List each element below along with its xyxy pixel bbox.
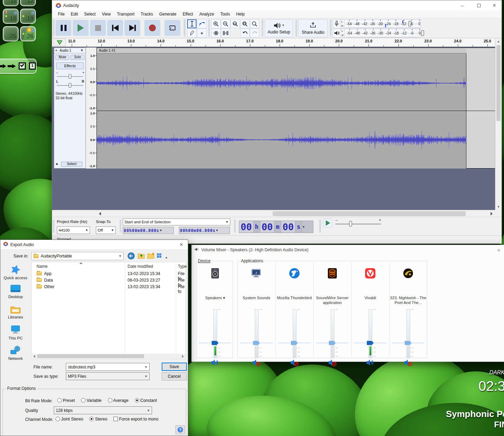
- zoom-out-tool[interactable]: [221, 19, 230, 28]
- menu-tools[interactable]: Tools: [217, 11, 233, 18]
- playback-speed-handle[interactable]: [349, 221, 352, 226]
- zoom-selection-tool[interactable]: [231, 19, 240, 28]
- selection-start-field[interactable]: 00h00m00.000s▼: [123, 227, 174, 234]
- timeline-ruler[interactable]: 11.012.013.014.015.016.017.018.019.020.0…: [52, 38, 495, 47]
- playback-speed-slider[interactable]: [335, 224, 381, 224]
- time-digit-group[interactable]: 00: [260, 221, 275, 233]
- save-as-type-combo[interactable]: MP3 Files▼: [66, 372, 150, 380]
- selection-tool[interactable]: [187, 19, 196, 28]
- sidebar-item-libraries[interactable]: Libraries: [0, 305, 31, 319]
- snap-to-combo[interactable]: Off▼: [96, 226, 116, 234]
- sidebar-item-quick-access[interactable]: Quick access: [0, 264, 31, 280]
- quality-combo[interactable]: 128 kbps▼: [54, 406, 152, 414]
- mute-toggle-button[interactable]: [211, 358, 220, 367]
- zoom-in-tool[interactable]: [211, 19, 221, 28]
- mute-toggle-button[interactable]: [290, 358, 299, 367]
- file-row[interactable]: App13-02-2023 15:34File fo: [32, 271, 185, 277]
- force-mono-checkbox[interactable]: Force export to mono: [113, 417, 158, 422]
- track-select-button[interactable]: Select: [61, 162, 82, 167]
- gain-slider-handle[interactable]: [69, 74, 71, 79]
- calendar-day-cell[interactable]: 19: [20, 9, 36, 24]
- track-name[interactable]: Audio 1: [60, 49, 71, 52]
- calendar-day-cell[interactable]: 26: [20, 26, 36, 41]
- view-menu-button[interactable]: ▼: [157, 253, 168, 260]
- loop-button[interactable]: [164, 20, 180, 36]
- track-collapse-button[interactable]: ▲: [55, 162, 59, 165]
- zoom-toggle-tool[interactable]: [250, 19, 259, 28]
- column-header-name[interactable]: Name: [37, 264, 48, 269]
- calendar-day-cell[interactable]: 12: [20, 0, 36, 6]
- redo-button[interactable]: [250, 29, 259, 38]
- track-menu-arrow[interactable]: ▼: [80, 49, 83, 52]
- menu-help[interactable]: Help: [233, 11, 248, 18]
- skip-to-start-button[interactable]: [107, 20, 123, 36]
- calendar-page-icon[interactable]: 1: [29, 62, 36, 70]
- selection-end-field[interactable]: 00h00m00.000s▼: [179, 227, 230, 234]
- menu-select[interactable]: Select: [81, 11, 99, 18]
- channel-mode-stereo[interactable]: Stereo: [89, 417, 107, 422]
- radio-icon[interactable]: [81, 398, 85, 403]
- menu-effect[interactable]: Effect: [180, 11, 196, 18]
- checkbox-icon[interactable]: [113, 417, 118, 421]
- play-button[interactable]: [73, 20, 89, 36]
- help-button[interactable]: ?: [175, 425, 185, 434]
- bit-rate-constant[interactable]: Constant: [135, 398, 157, 403]
- mixer-close-button[interactable]: ×: [494, 246, 504, 254]
- sidebar-item-desktop[interactable]: Desktop: [0, 284, 31, 299]
- mute-toggle-button[interactable]: [404, 358, 413, 367]
- column-header-type[interactable]: Type: [178, 264, 187, 269]
- back-button[interactable]: [127, 252, 135, 261]
- calendar-day-cell[interactable]: 25: [3, 26, 19, 41]
- playback-meter-handle[interactable]: [421, 30, 424, 36]
- audio-position-display[interactable]: 00h00m00s▼: [239, 221, 313, 233]
- share-audio-button[interactable]: Share Audio: [298, 19, 328, 37]
- file-list-scrollbar[interactable]: [32, 354, 185, 359]
- playback-meter[interactable]: LR -54-48-42-36-30-24-18-12-60: [333, 29, 421, 38]
- maximize-button[interactable]: [474, 2, 484, 9]
- radio-icon[interactable]: [57, 398, 62, 403]
- multi-tool[interactable]: *: [197, 29, 206, 38]
- bit-rate-average[interactable]: Average: [108, 398, 129, 403]
- menu-generate[interactable]: Generate: [156, 11, 180, 18]
- selection-mode-combo[interactable]: Start and End of Selection▼: [123, 219, 230, 225]
- silence-audio-tool[interactable]: [221, 29, 230, 38]
- radio-icon[interactable]: [56, 417, 60, 421]
- radio-icon[interactable]: [108, 398, 112, 403]
- calendar-tasks-icon[interactable]: [19, 62, 26, 70]
- export-dialog-titlebar[interactable]: Export Audio ×: [0, 240, 188, 249]
- time-digit-group[interactable]: 00: [239, 221, 254, 233]
- sidebar-item-network[interactable]: Network: [0, 345, 31, 361]
- pan-slider-handle[interactable]: [69, 83, 71, 88]
- calendar-arrow-icon[interactable]: [0, 64, 6, 68]
- menu-analyze[interactable]: Analyze: [196, 11, 217, 18]
- waveform-channel-left[interactable]: [97, 53, 466, 111]
- calendar-day-cell[interactable]: 11: [3, 0, 19, 6]
- radio-icon[interactable]: [135, 398, 139, 403]
- volume-slider-thumb[interactable]: [212, 341, 219, 345]
- pause-button[interactable]: [56, 20, 71, 36]
- menu-file[interactable]: File: [55, 11, 68, 18]
- new-folder-button[interactable]: [147, 252, 155, 261]
- mixer-titlebar[interactable]: Volume Mixer - Speakers (2- High Definit…: [192, 245, 504, 255]
- waveform-display[interactable]: Audio 1 #1: [97, 48, 496, 169]
- audacity-titlebar[interactable]: Audacity – ×: [52, 0, 502, 10]
- mute-toggle-button[interactable]: [252, 358, 261, 367]
- track-close-button[interactable]: ×: [55, 48, 57, 52]
- volume-slider-track[interactable]: [331, 309, 334, 358]
- time-format-arrow[interactable]: ▼: [302, 221, 305, 233]
- clip-title[interactable]: Audio 1 #1: [97, 48, 466, 53]
- file-row[interactable]: Other13-02-2023 15:34File fo: [32, 284, 185, 290]
- vertical-scrollbar[interactable]: ▲ ▼: [495, 38, 502, 210]
- play-at-speed-button[interactable]: [323, 219, 333, 227]
- solo-button[interactable]: Solo: [71, 55, 84, 60]
- volume-slider-thumb[interactable]: [405, 341, 412, 345]
- channel-mode-joint-stereo[interactable]: Joint Stereo: [56, 417, 83, 422]
- envelope-tool[interactable]: [197, 19, 206, 28]
- volume-slider-thumb[interactable]: [367, 341, 374, 345]
- stop-button[interactable]: [90, 20, 106, 36]
- project-rate-combo[interactable]: 44100▼: [57, 226, 90, 234]
- radio-icon[interactable]: [89, 417, 94, 421]
- horizontal-scrollbar[interactable]: [52, 210, 495, 217]
- volume-slider-track[interactable]: [293, 309, 296, 358]
- effects-button[interactable]: Effects: [56, 62, 84, 69]
